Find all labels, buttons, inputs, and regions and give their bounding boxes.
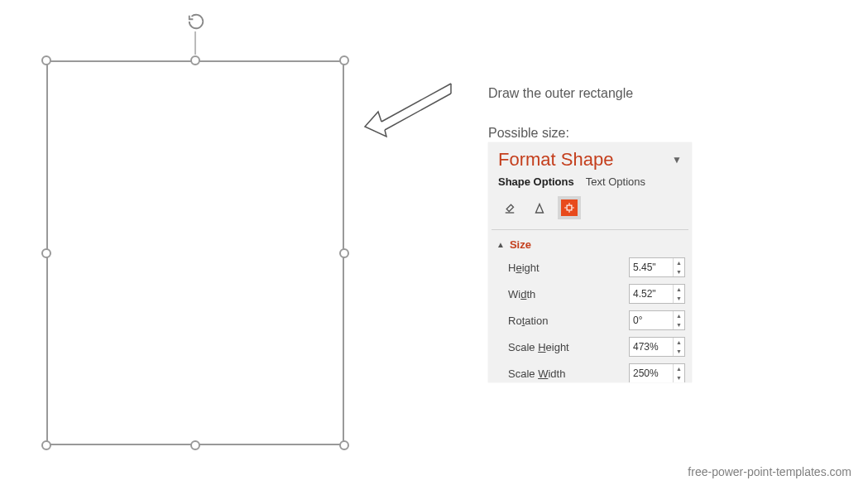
scale-height-label: Scale Height: [508, 341, 569, 353]
scale-height-input[interactable]: [630, 338, 673, 356]
separator: [492, 229, 688, 230]
annotation-arrow-icon: [360, 79, 459, 148]
panel-collapse-icon[interactable]: ▼: [672, 154, 682, 166]
resize-handle-bm[interactable]: [190, 440, 200, 450]
tab-shape-options[interactable]: Shape Options: [498, 175, 574, 188]
svg-rect-0: [567, 205, 572, 210]
resize-handle-tr[interactable]: [339, 55, 349, 65]
instruction-text-1: Draw the outer rectangle: [488, 86, 633, 101]
scale-width-up-icon[interactable]: ▲: [674, 364, 684, 373]
resize-handle-mr[interactable]: [339, 248, 349, 258]
fill-line-icon[interactable]: [498, 196, 521, 219]
height-spinner[interactable]: ▲▼: [629, 257, 685, 277]
resize-handle-bl[interactable]: [41, 440, 51, 450]
width-spinner[interactable]: ▲▼: [629, 284, 685, 304]
panel-title: Format Shape: [498, 149, 613, 171]
resize-handle-ml[interactable]: [41, 248, 51, 258]
rectangle-shape[interactable]: [46, 60, 344, 445]
height-label: Height: [508, 262, 540, 274]
scale-height-up-icon[interactable]: ▲: [674, 338, 684, 347]
resize-handle-tm[interactable]: [190, 55, 200, 65]
rotate-stem: [194, 31, 196, 55]
scale-width-spinner[interactable]: ▲▼: [629, 363, 685, 382]
rotation-down-icon[interactable]: ▼: [674, 320, 684, 329]
height-input[interactable]: [630, 258, 673, 276]
size-properties-icon[interactable]: [558, 196, 581, 219]
width-input[interactable]: [630, 285, 673, 303]
section-size-header[interactable]: ▲ Size: [488, 235, 692, 254]
scale-height-spinner[interactable]: ▲▼: [629, 337, 685, 357]
scale-width-down-icon[interactable]: ▼: [674, 373, 684, 382]
rotation-spinner[interactable]: ▲▼: [629, 310, 685, 330]
format-shape-panel: Format Shape ▼ Shape Options Text Option…: [488, 142, 692, 382]
rotation-input[interactable]: [630, 311, 673, 329]
scale-height-down-icon[interactable]: ▼: [674, 347, 684, 356]
rotation-label: Rotation: [508, 315, 548, 327]
effects-icon[interactable]: [528, 196, 551, 219]
collapse-triangle-icon: ▲: [496, 240, 505, 249]
resize-handle-br[interactable]: [339, 440, 349, 450]
scale-width-label: Scale Width: [508, 368, 565, 380]
instruction-text-2: Possible size:: [488, 126, 569, 141]
height-up-icon[interactable]: ▲: [674, 258, 684, 267]
width-down-icon[interactable]: ▼: [674, 294, 684, 303]
width-label: Width: [508, 288, 535, 300]
selected-shape[interactable]: [46, 60, 344, 445]
resize-handle-tl[interactable]: [41, 55, 51, 65]
section-size-label: Size: [510, 238, 531, 251]
rotation-up-icon[interactable]: ▲: [674, 311, 684, 320]
tab-text-options[interactable]: Text Options: [586, 175, 645, 188]
scale-width-input[interactable]: [630, 364, 673, 382]
height-down-icon[interactable]: ▼: [674, 267, 684, 276]
rotate-handle-icon[interactable]: [187, 12, 205, 34]
footer-attribution: free-power-point-templates.com: [688, 465, 851, 478]
width-up-icon[interactable]: ▲: [674, 285, 684, 294]
